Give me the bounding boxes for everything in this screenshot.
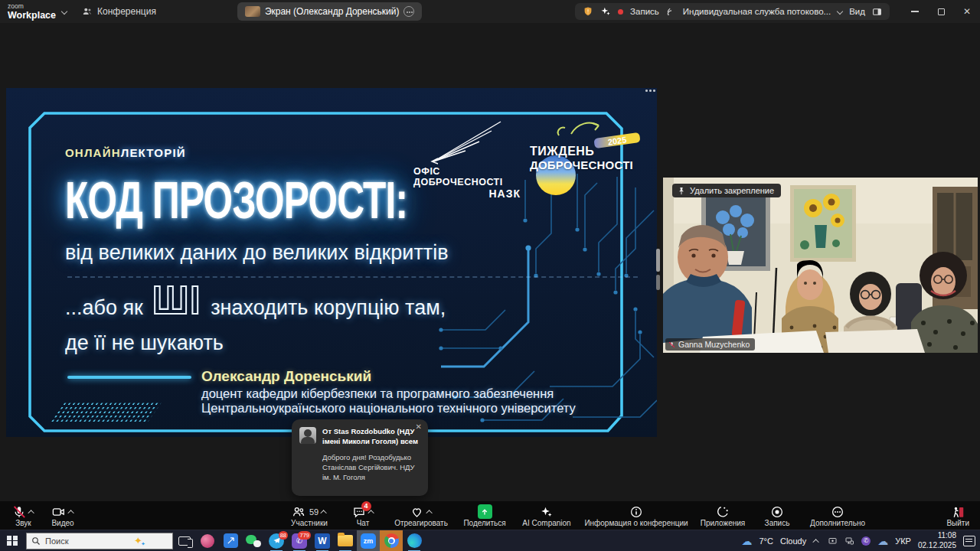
more-button[interactable]: Дополнительно <box>804 504 871 527</box>
apps-icon <box>716 505 730 519</box>
stream-service-label[interactable]: Индивидуальная служба потоково... <box>683 7 831 16</box>
tab-screen-label: Экран (Олександр Доренський) <box>265 6 400 17</box>
chat-button[interactable]: 4 Чат <box>343 504 383 527</box>
taskbar-app-telegram[interactable]: 88 <box>265 530 288 551</box>
taskbar-app-remote[interactable] <box>219 530 242 551</box>
brand-zoom: zoom <box>8 3 24 10</box>
taskbar-app-edge[interactable] <box>403 530 426 551</box>
window-controls: ✕ <box>902 0 980 23</box>
participants-button[interactable]: 59 Участники <box>282 504 337 527</box>
audio-button[interactable]: Звук <box>12 504 34 527</box>
ai-sparkle-icon[interactable] <box>600 6 611 17</box>
apps-button[interactable]: Приложения <box>695 504 750 527</box>
heart-icon <box>410 505 424 519</box>
viber-badge: 779 <box>298 531 311 540</box>
participant-name: Ganna Muzychenko <box>678 340 750 349</box>
wechat-icon <box>246 535 261 547</box>
tab-meeting[interactable]: Конференция <box>74 3 164 20</box>
clock[interactable]: 11:08 02.12.2025 <box>918 531 956 550</box>
record-button[interactable]: Запись <box>756 504 798 527</box>
video-button[interactable]: Видео <box>51 504 74 527</box>
screen-thumbnail <box>245 6 260 17</box>
logo1-line2: ДОБРОЧЕСНОСТІ <box>413 177 521 187</box>
blue-arrow-app-icon <box>224 533 238 548</box>
meeting-info-button[interactable]: Информация о конференции <box>583 504 689 527</box>
mic-muted-icon <box>668 341 675 348</box>
taskbar-app-word[interactable]: W <box>311 530 334 551</box>
record-status-label[interactable]: Запись <box>630 7 659 16</box>
record-icon <box>770 505 784 519</box>
slide-line3: де її не шукають <box>65 331 224 355</box>
weather-temp[interactable]: 7°C <box>759 536 773 546</box>
chat-bubble-icon: 4 <box>352 505 366 519</box>
participant-name-label: Ganna Muzychenko <box>665 338 755 350</box>
tab-screen-share[interactable]: Экран (Олександр Доренський) <box>237 2 423 21</box>
onedrive-tray-icon[interactable]: ☁ <box>877 536 888 546</box>
react-button[interactable]: Отреагировать <box>389 504 453 527</box>
scrollbar-thumb <box>656 275 660 290</box>
avatar <box>299 427 316 444</box>
screen: { "colors": { "accent_cyan": "#49c9f6", … <box>0 0 980 551</box>
task-view-button[interactable] <box>173 530 196 551</box>
weather-condition[interactable]: Cloudy <box>780 536 806 546</box>
cast-tray-icon[interactable] <box>828 536 838 546</box>
slide-subtitle: від великих даних до великих відкриттів <box>65 241 449 265</box>
logo1-line1: ОФІС <box>413 166 521 177</box>
viber-tray-icon[interactable]: ✆ <box>861 536 871 546</box>
taskbar-app-pink[interactable] <box>196 530 219 551</box>
slide-line2: ...або як ШІ знаходить корупцію там, <box>65 285 446 320</box>
unpin-button[interactable]: Удалить закрепление <box>672 184 781 197</box>
action-center-icon[interactable] <box>963 536 975 546</box>
tray-time: 11:08 <box>918 531 956 541</box>
chrome-icon <box>384 533 399 548</box>
pinned-video-tile[interactable]: Удалить закрепление Ganna Muzychenko <box>663 178 978 353</box>
taskbar-app-viber[interactable]: ✆ 779 <box>288 530 311 551</box>
search-input[interactable] <box>45 536 129 546</box>
view-layout-icon[interactable] <box>872 7 882 17</box>
unpin-label: Удалить закрепление <box>690 186 774 195</box>
share-button[interactable]: Поделиться <box>459 504 510 527</box>
folder-icon <box>338 535 353 546</box>
taskbar-app-wechat[interactable] <box>242 530 265 551</box>
windows-taskbar: ✦ 88 ✆ 779 W zm ☁ 7°C Cloudy ✆ <box>0 530 980 551</box>
mic-muted-icon <box>12 505 26 519</box>
speaker-name: Олександр Доренський <box>201 368 371 385</box>
tray-expand-chevron[interactable] <box>813 539 819 545</box>
network-tray-icon[interactable] <box>844 536 854 546</box>
minimize-button[interactable] <box>902 0 928 23</box>
participants-chevron[interactable] <box>320 510 326 516</box>
maximize-button[interactable] <box>928 0 954 23</box>
chevron-down-icon[interactable] <box>837 8 843 15</box>
ai-companion-button[interactable]: AI Companion <box>516 504 577 527</box>
chat-unread-badge: 4 <box>361 501 371 511</box>
broadcast-icon <box>666 7 676 17</box>
video-options-chevron[interactable] <box>67 510 74 516</box>
tab-options-icon[interactable] <box>403 6 414 17</box>
titlebar-status-cluster: Запись Индивидуальная служба потоково...… <box>575 3 890 20</box>
audio-options-chevron[interactable] <box>28 510 34 516</box>
edge-icon <box>407 533 422 548</box>
shield-icon[interactable] <box>583 6 593 17</box>
kicker-online: ОНЛАЙН <box>65 146 121 159</box>
language-indicator[interactable]: УКР <box>895 536 911 546</box>
recording-dot <box>618 9 623 15</box>
speaker-role-line2: Центральноукраїнського національного тех… <box>201 401 576 416</box>
react-chevron[interactable] <box>426 510 432 516</box>
chevron-down-icon[interactable] <box>61 8 67 15</box>
brand-workplace: Workplace <box>8 11 56 21</box>
taskbar-app-zoom[interactable]: zm <box>357 530 380 551</box>
view-label[interactable]: Вид <box>849 7 865 16</box>
start-button[interactable] <box>0 530 24 551</box>
line2-prefix: ...або як <box>65 296 143 320</box>
leave-button[interactable]: Выйти <box>946 504 969 527</box>
scrollbar-thumb <box>656 249 660 272</box>
taskbar-app-chrome[interactable] <box>380 530 403 551</box>
slide-kicker: ОНЛАЙНЛЕКТОРІЙ <box>65 146 186 159</box>
taskbar-app-explorer[interactable] <box>334 530 357 551</box>
chat-notification-popup[interactable]: ✕ От Stas Rozdobudko (НДУ імені Миколи Г… <box>292 419 428 496</box>
close-icon[interactable]: ✕ <box>416 423 422 431</box>
chat-sender-title: От Stas Rozdobudko (НДУ імені Миколи Гог… <box>322 427 420 447</box>
close-button[interactable]: ✕ <box>954 0 980 23</box>
telegram-badge: 88 <box>279 531 288 540</box>
taskbar-search[interactable]: ✦ <box>26 533 173 549</box>
